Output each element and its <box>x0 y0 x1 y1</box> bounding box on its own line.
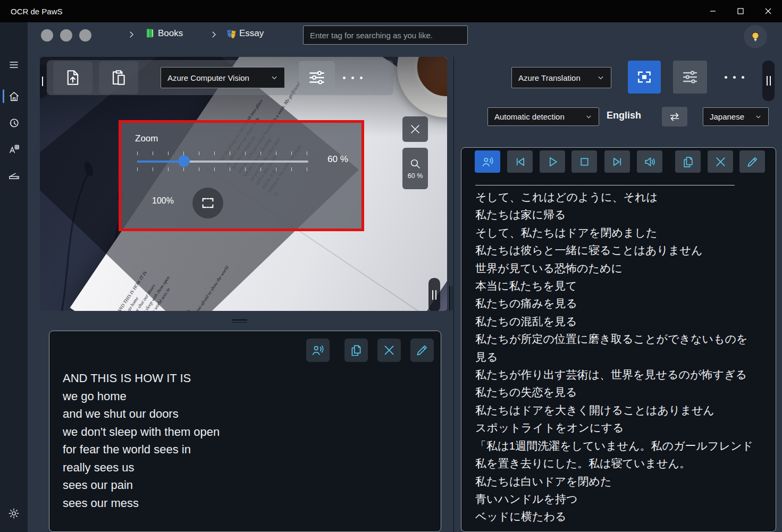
search-input[interactable] <box>303 26 468 45</box>
close-icon <box>382 343 396 357</box>
minimize-button[interactable] <box>699 0 727 22</box>
breadcrumb-item-essay[interactable]: Essay <box>225 28 264 39</box>
ocr-copy-button[interactable] <box>344 339 368 362</box>
left-panel-grip[interactable] <box>40 64 47 98</box>
chevron-down-icon <box>755 113 762 120</box>
maximize-button[interactable] <box>727 0 754 22</box>
play-button[interactable] <box>540 150 565 173</box>
gear-icon <box>8 508 20 519</box>
masks-icon <box>225 28 237 39</box>
person-voice-icon <box>481 155 494 168</box>
sidebar-item-settings[interactable] <box>0 503 28 524</box>
previous-button[interactable] <box>507 150 533 173</box>
translated-text[interactable]: そして、これはどのように、それは 私たちは家に帰る そして、私たちはドアを閉めま… <box>475 188 765 526</box>
target-language-dropdown[interactable]: Japanese <box>703 107 769 126</box>
hamburger-icon <box>7 60 20 70</box>
lightbulb-icon <box>749 30 762 43</box>
sliders-icon <box>682 69 699 86</box>
sliders-icon <box>308 68 326 87</box>
image-viewer[interactable]: AND THIS IS HOW IT IS we go home and we … <box>40 57 447 311</box>
chevron-down-icon <box>597 74 604 81</box>
speaker-button[interactable] <box>637 150 662 173</box>
zoom-badge-button[interactable]: 60 % <box>402 148 428 189</box>
paste-image-button[interactable] <box>99 61 138 94</box>
nav-dot-2[interactable] <box>60 29 72 41</box>
panel-divider-grip[interactable] <box>449 286 452 310</box>
file-upload-icon <box>64 68 82 87</box>
speaker-icon <box>643 155 657 168</box>
open-file-button[interactable] <box>53 61 93 94</box>
app-window: OCR de PawS Books <box>0 0 782 532</box>
chevron-down-icon <box>585 113 592 120</box>
zoom-slider-thumb[interactable] <box>178 155 190 167</box>
pencil-icon <box>415 343 429 357</box>
breadcrumb-label: Books <box>158 28 183 39</box>
zoom-flyout: Zoom 60 % 100% <box>119 120 364 231</box>
nav-dot-3[interactable] <box>79 29 91 41</box>
zoom-slider[interactable] <box>137 161 308 163</box>
close-icon <box>714 155 727 168</box>
translation-options-button[interactable] <box>673 61 707 94</box>
play-icon <box>546 155 559 168</box>
grip-icon <box>40 77 43 86</box>
translation-fit-button[interactable] <box>628 61 661 94</box>
breadcrumb-chevron-icon <box>209 30 218 39</box>
image-toolbar: Azure Computer Vision <box>47 60 393 95</box>
swap-languages-button[interactable] <box>662 107 687 126</box>
image-more-button[interactable] <box>335 61 370 94</box>
next-button[interactable] <box>604 150 630 173</box>
grip-icon <box>767 76 771 86</box>
home-icon <box>8 90 20 103</box>
clipboard-paste-icon <box>110 68 128 87</box>
ocr-result-panel: AND THIS IS HOW IT IS we go home and we … <box>49 331 441 532</box>
zoom-flyout-title: Zoom <box>135 133 158 144</box>
ocr-engine-dropdown[interactable]: Azure Computer Vision <box>161 67 285 88</box>
zoom-slider-fill <box>137 161 183 163</box>
horizontal-splitter-grip[interactable] <box>232 319 247 323</box>
source-language-dropdown[interactable]: Automatic detection <box>487 107 599 126</box>
close-image-button[interactable] <box>402 116 428 142</box>
scanner-icon <box>8 170 20 182</box>
translation-read-aloud-button[interactable] <box>475 150 500 173</box>
sidebar-item-home[interactable] <box>0 86 28 107</box>
zoom-reset-button[interactable]: 100% <box>152 196 174 206</box>
translation-engine-dropdown[interactable]: Azure Translation <box>511 67 611 88</box>
ocr-options-button[interactable] <box>299 61 335 94</box>
stop-icon <box>578 155 591 168</box>
slider-ticks-bottom <box>137 167 308 171</box>
right-panel-grip[interactable] <box>762 61 775 101</box>
fit-screen-icon <box>636 69 653 86</box>
translation-engine-label: Azure Translation <box>518 73 581 82</box>
ocr-edit-button[interactable] <box>410 339 434 362</box>
ocr-read-aloud-button[interactable] <box>306 339 330 362</box>
hint-button[interactable] <box>744 25 767 48</box>
copy-icon <box>349 343 363 357</box>
history-icon <box>8 117 20 129</box>
ocr-clear-button[interactable] <box>377 339 401 362</box>
fit-screen-icon <box>200 196 215 210</box>
translation-clear-button[interactable] <box>708 150 733 173</box>
nav-dot-1[interactable] <box>41 29 53 41</box>
close-button[interactable] <box>754 0 782 22</box>
ocr-text-result[interactable]: AND THIS IS HOW IT IS we go home and we … <box>63 369 430 512</box>
swap-arrows-icon <box>668 111 682 123</box>
sidebar-menu-button[interactable] <box>0 54 28 75</box>
sidebar-item-scanner[interactable] <box>0 165 28 187</box>
translation-panel: そして、これはどのように、それは 私たちは家に帰る そして、私たちはドアを閉めま… <box>461 147 776 532</box>
translation-edit-button[interactable] <box>739 150 765 173</box>
text-separator <box>475 185 735 185</box>
image-bottom-grip[interactable] <box>428 278 440 311</box>
next-track-icon <box>611 155 624 168</box>
zoom-value-label: 60 % <box>327 154 348 165</box>
translation-copy-button[interactable] <box>675 150 701 173</box>
person-voice-icon <box>311 343 325 357</box>
stop-button[interactable] <box>571 150 597 173</box>
breadcrumb-item-books[interactable]: Books <box>145 28 183 39</box>
breadcrumb-chevron-icon <box>127 30 136 39</box>
chevron-down-icon <box>271 74 278 81</box>
translation-more-button[interactable] <box>718 61 750 94</box>
sidebar-item-translate[interactable] <box>0 139 28 160</box>
fit-to-screen-button[interactable] <box>192 188 223 218</box>
sidebar-item-history[interactable] <box>0 112 28 133</box>
previous-track-icon <box>514 155 527 168</box>
